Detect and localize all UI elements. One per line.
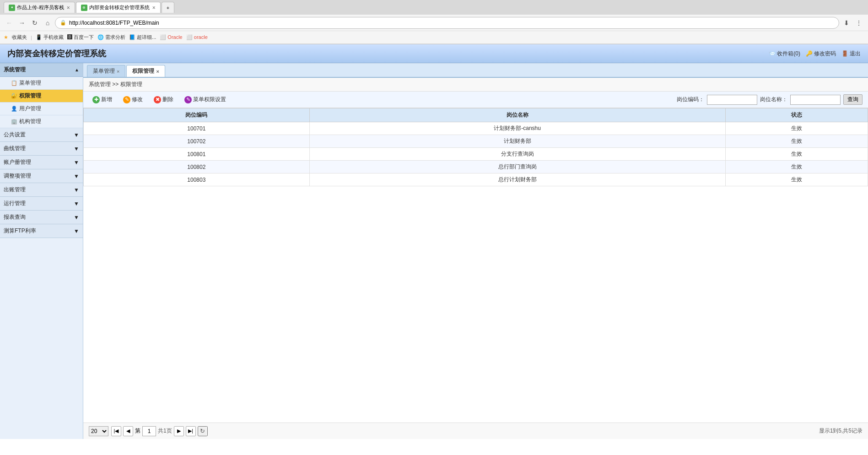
- content-tab-menu[interactable]: 菜单管理 ×: [87, 65, 125, 77]
- perm-mgmt-icon: 🔐: [11, 93, 17, 99]
- delete-button[interactable]: ✖ 删除: [150, 94, 177, 105]
- perm-label: 菜单权限设置: [193, 96, 226, 103]
- add-button[interactable]: ✚ 新增: [89, 94, 116, 105]
- cell-code: 100801: [84, 148, 310, 161]
- account-group-chevron: ▼: [74, 159, 79, 166]
- tab-bar: 菜单管理 × 权限管理 ×: [83, 63, 868, 78]
- new-tab-button[interactable]: +: [162, 2, 174, 13]
- sidebar-item-org-mgmt[interactable]: 🏢 机构管理: [0, 115, 83, 128]
- forward-button[interactable]: →: [16, 17, 27, 28]
- sidebar-group-run[interactable]: 运行管理 ▼: [0, 197, 83, 211]
- bookmark-手机收藏[interactable]: 📱 手机收藏: [36, 34, 64, 41]
- browser-tab-2-close[interactable]: ×: [152, 5, 156, 11]
- sidebar-group-billing[interactable]: 出账管理 ▼: [0, 183, 83, 197]
- add-icon: ✚: [92, 96, 100, 103]
- download-button[interactable]: ⬇: [841, 17, 852, 28]
- back-button[interactable]: ←: [4, 17, 15, 28]
- next-page-button[interactable]: ▶: [174, 426, 184, 436]
- sidebar-item-perm-mgmt-label: 权限管理: [19, 92, 41, 100]
- bookmark-需求分析[interactable]: 🌐 需求分析: [97, 34, 125, 41]
- page-size-select[interactable]: 20 50 100: [89, 426, 108, 436]
- table-row[interactable]: 100802 总行部门查询岗 生效: [84, 161, 868, 173]
- edit-button[interactable]: ✎ 修改: [119, 94, 146, 105]
- sidebar-group-system-header[interactable]: 系统管理 ▲: [0, 63, 83, 77]
- page-number-input[interactable]: [142, 426, 156, 436]
- table-row[interactable]: 100801 分支行查询岗 生效: [84, 148, 868, 161]
- search-button[interactable]: 查询: [843, 94, 863, 105]
- logout-action[interactable]: 🚪 退出: [841, 50, 861, 58]
- home-button[interactable]: ⌂: [42, 17, 53, 28]
- data-table: 岗位编码 岗位名称 状态 100701 计划财务部-canshu 生效 1007…: [83, 108, 868, 186]
- cell-name: 计划财务部-canshu: [309, 122, 725, 135]
- perm-icon: ✎: [184, 96, 192, 103]
- logout-label: 退出: [850, 50, 861, 58]
- search-code-input[interactable]: [707, 95, 757, 105]
- col-status: 状态: [725, 108, 868, 122]
- table-container: 岗位编码 岗位名称 状态 100701 计划财务部-canshu 生效 1007…: [83, 108, 868, 422]
- change-password-label: 修改密码: [814, 50, 836, 58]
- content-tab-perm-label: 权限管理: [132, 67, 154, 75]
- inbox-action[interactable]: 📨 收件箱(0): [769, 50, 800, 58]
- table-row[interactable]: 100701 计划财务部-canshu 生效: [84, 122, 868, 135]
- refresh-table-button[interactable]: ↻: [198, 426, 208, 436]
- bookmark-收藏夹[interactable]: 收藏夹: [12, 34, 27, 41]
- cell-code: 100803: [84, 173, 310, 186]
- bookmark-oracle[interactable]: ⬜ oracle: [186, 34, 208, 40]
- browser-tab-1-close[interactable]: ×: [67, 5, 70, 11]
- menu-mgmt-icon: 📋: [11, 80, 17, 86]
- content-tab-perm[interactable]: 权限管理 ×: [126, 65, 165, 77]
- exit-icon: 🚪: [841, 50, 848, 57]
- search-name-input[interactable]: [790, 95, 841, 105]
- cell-status: 生效: [725, 161, 868, 173]
- table-body: 100701 计划财务部-canshu 生效 100702 计划财务部 生效 1…: [84, 122, 868, 186]
- sidebar-group-public-label: 公共设置: [4, 131, 26, 139]
- perm-setting-button[interactable]: ✎ 菜单权限设置: [181, 94, 230, 105]
- refresh-button[interactable]: ↻: [29, 17, 40, 28]
- cell-status: 生效: [725, 135, 868, 148]
- sidebar-group-adjust[interactable]: 调整项管理 ▼: [0, 169, 83, 183]
- ftp-group-chevron: ▼: [74, 228, 79, 234]
- content-area: 菜单管理 × 权限管理 × 系统管理 >> 权限管理 ✚ 新增 ✎ 修改: [83, 63, 868, 439]
- system-group-chevron: ▲: [75, 67, 79, 72]
- bookmark-star[interactable]: ★: [4, 34, 8, 40]
- content-tab-perm-close[interactable]: ×: [156, 69, 159, 74]
- first-page-button[interactable]: |◀: [111, 426, 121, 436]
- browser-tab-2[interactable]: ⊕ 内部资金转移定价管理系统 ×: [76, 2, 161, 13]
- sidebar-item-user-mgmt[interactable]: 👤 用户管理: [0, 103, 83, 115]
- sidebar-group-ftp-label: 测算FTP利率: [4, 227, 36, 235]
- sidebar-item-perm-mgmt[interactable]: 🔐 权限管理: [0, 90, 83, 103]
- last-page-button[interactable]: ▶|: [186, 426, 196, 436]
- app-body: 系统管理 ▲ 📋 菜单管理 🔐 权限管理 👤 用户管理 🏢 机构管理: [0, 63, 868, 439]
- sidebar-group-report[interactable]: 报表查询 ▼: [0, 211, 83, 224]
- prev-page-button[interactable]: ◀: [123, 426, 133, 436]
- app-title: 内部资金转移定价管理系统: [7, 48, 106, 59]
- cell-code: 100701: [84, 122, 310, 135]
- cell-status: 生效: [725, 122, 868, 135]
- table-header-row: 岗位编码 岗位名称 状态: [84, 108, 868, 122]
- sidebar-item-menu-mgmt[interactable]: 📋 菜单管理: [0, 77, 83, 90]
- change-password-action[interactable]: 🔑 修改密码: [806, 50, 836, 58]
- org-mgmt-icon: 🏢: [11, 119, 17, 125]
- delete-label: 删除: [162, 96, 173, 103]
- browser-tab-2-label: 内部资金转移定价管理系统: [89, 4, 150, 11]
- browser-action-buttons: ⬇ ⋮: [841, 17, 864, 28]
- cell-status: 生效: [725, 148, 868, 161]
- run-group-chevron: ▼: [74, 200, 79, 207]
- bookmark-超详细[interactable]: 📘 超详细...: [129, 34, 156, 41]
- table-row[interactable]: 100803 总行计划财务部 生效: [84, 173, 868, 186]
- content-tab-menu-close[interactable]: ×: [117, 69, 119, 74]
- browser-tab-1[interactable]: ✦ 作品上传-程序员客栈 ×: [4, 2, 75, 13]
- delete-icon: ✖: [154, 96, 161, 103]
- menu-button[interactable]: ⋮: [853, 17, 864, 28]
- bookmarks-bar: ★ 收藏夹 | 📱 手机收藏 🅱 百度一下 🌐 需求分析 📘 超详细... ⬜ …: [0, 31, 868, 44]
- sidebar-group-curve[interactable]: 曲线管理 ▼: [0, 142, 83, 156]
- cell-status: 生效: [725, 173, 868, 186]
- sidebar-group-account[interactable]: 账户册管理 ▼: [0, 156, 83, 169]
- sidebar-group-ftp[interactable]: 测算FTP利率 ▼: [0, 224, 83, 238]
- table-row[interactable]: 100702 计划财务部 生效: [84, 135, 868, 148]
- address-input[interactable]: [69, 20, 834, 26]
- sidebar-group-public[interactable]: 公共设置 ▼: [0, 128, 83, 142]
- bookmark-oracle-cap[interactable]: ⬜ Oracle: [160, 34, 182, 40]
- browser-chrome: ✦ 作品上传-程序员客栈 × ⊕ 内部资金转移定价管理系统 × + ← → ↻ …: [0, 0, 868, 44]
- bookmark-百度[interactable]: 🅱 百度一下: [67, 34, 94, 41]
